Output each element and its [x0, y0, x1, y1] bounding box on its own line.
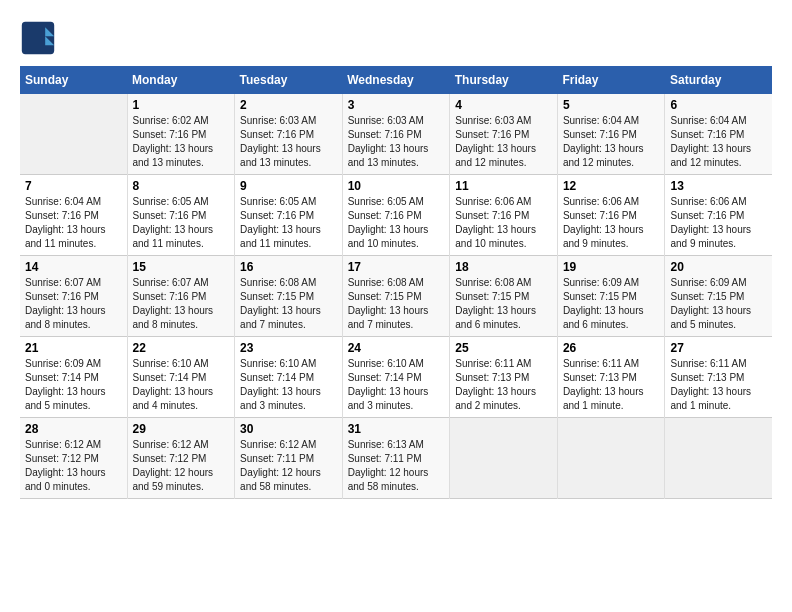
weekday-header-wednesday: Wednesday — [342, 66, 450, 94]
calendar-cell: 28Sunrise: 6:12 AM Sunset: 7:12 PM Dayli… — [20, 418, 127, 499]
day-number: 27 — [670, 341, 767, 355]
weekday-header-tuesday: Tuesday — [235, 66, 343, 94]
calendar-cell — [557, 418, 665, 499]
calendar-cell: 14Sunrise: 6:07 AM Sunset: 7:16 PM Dayli… — [20, 256, 127, 337]
day-info: Sunrise: 6:12 AM Sunset: 7:12 PM Dayligh… — [133, 438, 230, 494]
day-number: 7 — [25, 179, 122, 193]
calendar-cell: 17Sunrise: 6:08 AM Sunset: 7:15 PM Dayli… — [342, 256, 450, 337]
calendar-week-row: 7Sunrise: 6:04 AM Sunset: 7:16 PM Daylig… — [20, 175, 772, 256]
day-number: 1 — [133, 98, 230, 112]
day-info: Sunrise: 6:13 AM Sunset: 7:11 PM Dayligh… — [348, 438, 445, 494]
calendar-cell: 10Sunrise: 6:05 AM Sunset: 7:16 PM Dayli… — [342, 175, 450, 256]
calendar-cell: 15Sunrise: 6:07 AM Sunset: 7:16 PM Dayli… — [127, 256, 235, 337]
calendar-cell: 22Sunrise: 6:10 AM Sunset: 7:14 PM Dayli… — [127, 337, 235, 418]
calendar-cell: 3Sunrise: 6:03 AM Sunset: 7:16 PM Daylig… — [342, 94, 450, 175]
day-info: Sunrise: 6:03 AM Sunset: 7:16 PM Dayligh… — [240, 114, 337, 170]
day-info: Sunrise: 6:09 AM Sunset: 7:15 PM Dayligh… — [670, 276, 767, 332]
day-info: Sunrise: 6:06 AM Sunset: 7:16 PM Dayligh… — [455, 195, 552, 251]
day-number: 13 — [670, 179, 767, 193]
day-number: 12 — [563, 179, 660, 193]
day-number: 16 — [240, 260, 337, 274]
day-number: 23 — [240, 341, 337, 355]
day-info: Sunrise: 6:11 AM Sunset: 7:13 PM Dayligh… — [563, 357, 660, 413]
calendar-cell: 18Sunrise: 6:08 AM Sunset: 7:15 PM Dayli… — [450, 256, 558, 337]
day-info: Sunrise: 6:11 AM Sunset: 7:13 PM Dayligh… — [670, 357, 767, 413]
day-info: Sunrise: 6:10 AM Sunset: 7:14 PM Dayligh… — [133, 357, 230, 413]
day-info: Sunrise: 6:07 AM Sunset: 7:16 PM Dayligh… — [133, 276, 230, 332]
calendar-cell: 9Sunrise: 6:05 AM Sunset: 7:16 PM Daylig… — [235, 175, 343, 256]
day-info: Sunrise: 6:03 AM Sunset: 7:16 PM Dayligh… — [348, 114, 445, 170]
day-number: 2 — [240, 98, 337, 112]
day-number: 6 — [670, 98, 767, 112]
day-number: 10 — [348, 179, 445, 193]
day-info: Sunrise: 6:04 AM Sunset: 7:16 PM Dayligh… — [670, 114, 767, 170]
day-number: 3 — [348, 98, 445, 112]
calendar-cell: 26Sunrise: 6:11 AM Sunset: 7:13 PM Dayli… — [557, 337, 665, 418]
day-number: 28 — [25, 422, 122, 436]
day-info: Sunrise: 6:04 AM Sunset: 7:16 PM Dayligh… — [563, 114, 660, 170]
day-number: 31 — [348, 422, 445, 436]
day-number: 22 — [133, 341, 230, 355]
calendar-table: SundayMondayTuesdayWednesdayThursdayFrid… — [20, 66, 772, 499]
day-number: 29 — [133, 422, 230, 436]
day-number: 19 — [563, 260, 660, 274]
weekday-header-thursday: Thursday — [450, 66, 558, 94]
calendar-cell: 11Sunrise: 6:06 AM Sunset: 7:16 PM Dayli… — [450, 175, 558, 256]
day-number: 20 — [670, 260, 767, 274]
calendar-cell: 13Sunrise: 6:06 AM Sunset: 7:16 PM Dayli… — [665, 175, 772, 256]
day-number: 11 — [455, 179, 552, 193]
calendar-week-row: 28Sunrise: 6:12 AM Sunset: 7:12 PM Dayli… — [20, 418, 772, 499]
day-number: 26 — [563, 341, 660, 355]
day-info: Sunrise: 6:12 AM Sunset: 7:11 PM Dayligh… — [240, 438, 337, 494]
calendar-cell: 1Sunrise: 6:02 AM Sunset: 7:16 PM Daylig… — [127, 94, 235, 175]
day-info: Sunrise: 6:10 AM Sunset: 7:14 PM Dayligh… — [348, 357, 445, 413]
calendar-header-row: SundayMondayTuesdayWednesdayThursdayFrid… — [20, 66, 772, 94]
calendar-cell: 19Sunrise: 6:09 AM Sunset: 7:15 PM Dayli… — [557, 256, 665, 337]
day-info: Sunrise: 6:05 AM Sunset: 7:16 PM Dayligh… — [348, 195, 445, 251]
day-info: Sunrise: 6:08 AM Sunset: 7:15 PM Dayligh… — [455, 276, 552, 332]
day-info: Sunrise: 6:09 AM Sunset: 7:15 PM Dayligh… — [563, 276, 660, 332]
calendar-cell: 27Sunrise: 6:11 AM Sunset: 7:13 PM Dayli… — [665, 337, 772, 418]
day-number: 21 — [25, 341, 122, 355]
calendar-cell: 21Sunrise: 6:09 AM Sunset: 7:14 PM Dayli… — [20, 337, 127, 418]
calendar-cell: 30Sunrise: 6:12 AM Sunset: 7:11 PM Dayli… — [235, 418, 343, 499]
day-info: Sunrise: 6:06 AM Sunset: 7:16 PM Dayligh… — [563, 195, 660, 251]
day-info: Sunrise: 6:11 AM Sunset: 7:13 PM Dayligh… — [455, 357, 552, 413]
day-number: 9 — [240, 179, 337, 193]
day-number: 4 — [455, 98, 552, 112]
day-number: 8 — [133, 179, 230, 193]
calendar-cell — [665, 418, 772, 499]
day-number: 24 — [348, 341, 445, 355]
day-info: Sunrise: 6:03 AM Sunset: 7:16 PM Dayligh… — [455, 114, 552, 170]
calendar-cell — [450, 418, 558, 499]
day-info: Sunrise: 6:04 AM Sunset: 7:16 PM Dayligh… — [25, 195, 122, 251]
calendar-cell: 31Sunrise: 6:13 AM Sunset: 7:11 PM Dayli… — [342, 418, 450, 499]
day-info: Sunrise: 6:05 AM Sunset: 7:16 PM Dayligh… — [240, 195, 337, 251]
calendar-cell: 20Sunrise: 6:09 AM Sunset: 7:15 PM Dayli… — [665, 256, 772, 337]
day-info: Sunrise: 6:08 AM Sunset: 7:15 PM Dayligh… — [240, 276, 337, 332]
day-info: Sunrise: 6:09 AM Sunset: 7:14 PM Dayligh… — [25, 357, 122, 413]
calendar-week-row: 21Sunrise: 6:09 AM Sunset: 7:14 PM Dayli… — [20, 337, 772, 418]
calendar-cell: 12Sunrise: 6:06 AM Sunset: 7:16 PM Dayli… — [557, 175, 665, 256]
logo — [20, 20, 60, 56]
calendar-cell: 2Sunrise: 6:03 AM Sunset: 7:16 PM Daylig… — [235, 94, 343, 175]
day-number: 5 — [563, 98, 660, 112]
calendar-cell: 8Sunrise: 6:05 AM Sunset: 7:16 PM Daylig… — [127, 175, 235, 256]
calendar-cell: 7Sunrise: 6:04 AM Sunset: 7:16 PM Daylig… — [20, 175, 127, 256]
calendar-cell: 23Sunrise: 6:10 AM Sunset: 7:14 PM Dayli… — [235, 337, 343, 418]
calendar-cell: 24Sunrise: 6:10 AM Sunset: 7:14 PM Dayli… — [342, 337, 450, 418]
page-header — [20, 20, 772, 56]
weekday-header-sunday: Sunday — [20, 66, 127, 94]
day-info: Sunrise: 6:02 AM Sunset: 7:16 PM Dayligh… — [133, 114, 230, 170]
day-number: 14 — [25, 260, 122, 274]
calendar-cell: 16Sunrise: 6:08 AM Sunset: 7:15 PM Dayli… — [235, 256, 343, 337]
day-info: Sunrise: 6:08 AM Sunset: 7:15 PM Dayligh… — [348, 276, 445, 332]
day-info: Sunrise: 6:06 AM Sunset: 7:16 PM Dayligh… — [670, 195, 767, 251]
day-info: Sunrise: 6:07 AM Sunset: 7:16 PM Dayligh… — [25, 276, 122, 332]
weekday-header-saturday: Saturday — [665, 66, 772, 94]
calendar-cell: 5Sunrise: 6:04 AM Sunset: 7:16 PM Daylig… — [557, 94, 665, 175]
calendar-cell — [20, 94, 127, 175]
weekday-header-friday: Friday — [557, 66, 665, 94]
weekday-header-monday: Monday — [127, 66, 235, 94]
day-info: Sunrise: 6:05 AM Sunset: 7:16 PM Dayligh… — [133, 195, 230, 251]
